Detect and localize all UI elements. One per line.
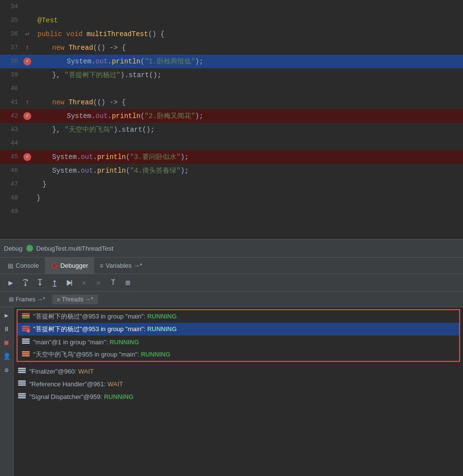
code-editor: 34 35 @Test 36 ↩ public void multiThread… bbox=[0, 0, 463, 239]
breakpoint-45 bbox=[23, 153, 31, 161]
run-to-cursor-btn[interactable] bbox=[62, 276, 76, 290]
svg-rect-13 bbox=[22, 317, 30, 318]
extra-thread-5[interactable]: "Finalizer"@960: WAIT bbox=[18, 365, 459, 377]
resume-btn[interactable]: ▶ bbox=[4, 276, 18, 290]
svg-rect-29 bbox=[18, 382, 26, 384]
svg-marker-7 bbox=[53, 280, 56, 282]
svg-rect-11 bbox=[22, 313, 30, 315]
line-content-38: System.out.println("1.卧枝商恨低"); bbox=[33, 55, 463, 68]
tabs-bar: ▤ Console 🐞 Debugger ≡ Variables →* bbox=[0, 258, 463, 274]
tab-console[interactable]: ▤ Console bbox=[2, 258, 45, 274]
frames-icon: ▤ bbox=[9, 296, 14, 302]
gutter-36: ↩ bbox=[22, 27, 33, 41]
settings-btn[interactable]: ⊞ bbox=[121, 276, 135, 290]
code-line-39: 39 }, "菩提树下的杨过").start(); bbox=[0, 68, 463, 82]
thread-icon-4 bbox=[21, 350, 30, 359]
line-content-42: System.out.println("2.卧梅又闻花"); bbox=[33, 109, 463, 123]
svg-rect-31 bbox=[18, 393, 26, 395]
debug-panel: Debug DebugTest.multiThreadTest ▤ Consol… bbox=[0, 239, 463, 476]
svg-rect-14 bbox=[22, 326, 30, 327]
thread-item-1[interactable]: "菩提树下的杨过"@953 in group "main": RUNNING bbox=[18, 310, 459, 323]
thread-3-text: "main"@1 in group "main": RUNNING bbox=[33, 338, 139, 346]
code-line-37: 37 ↑ new Thread(() -> { bbox=[0, 41, 463, 55]
threads-icon: ≡ bbox=[57, 297, 60, 302]
step-over-btn[interactable] bbox=[19, 276, 32, 290]
svg-rect-30 bbox=[18, 384, 26, 386]
thread-list-area[interactable]: "菩提树下的杨过"@953 in group "main": RUNNING ✓ bbox=[14, 307, 463, 476]
line-num-36: 36 bbox=[0, 27, 22, 41]
line-num-42: 42 bbox=[0, 109, 22, 123]
extra-thread-icon-5 bbox=[18, 367, 26, 376]
gutter-38 bbox=[22, 58, 33, 65]
code-line-41: 41 ↑ new Thread(() -> { bbox=[0, 96, 463, 109]
debug-label: Debug bbox=[4, 245, 22, 252]
line-content-47: } bbox=[33, 178, 463, 191]
line-content-37: new Thread(() -> { bbox=[33, 41, 463, 55]
breakpoint-38 bbox=[23, 58, 31, 65]
line-content-41: new Thread(() -> { bbox=[33, 96, 463, 109]
thread-item-2[interactable]: ✓ "菩提树下的杨过"@953 in group "main": RUNNING bbox=[18, 323, 459, 336]
debug-title-bar: Debug DebugTest.multiThreadTest bbox=[0, 239, 463, 258]
code-line-43: 43 }, "天空中的飞鸟").start(); bbox=[0, 123, 463, 137]
line-num-41: 41 bbox=[0, 96, 22, 109]
step-out-btn[interactable] bbox=[48, 276, 61, 290]
line-num-45: 45 bbox=[0, 150, 22, 164]
code-line-47: 47 } bbox=[0, 178, 463, 191]
extra-thread-6[interactable]: "Reference Handler"@961: WAIT bbox=[18, 377, 459, 390]
sub-tab-frames[interactable]: ▤ Frames →* bbox=[4, 295, 50, 304]
tab-debugger-label: Debugger bbox=[60, 262, 88, 269]
tab-debugger[interactable]: 🐞 Debugger bbox=[45, 258, 94, 274]
code-line-48: 48 } bbox=[0, 191, 463, 205]
sidebar-pause-btn[interactable]: ⏸ bbox=[1, 324, 12, 335]
sub-tab-threads[interactable]: ≡ Threads →* bbox=[52, 295, 98, 304]
extra-thread-7[interactable]: "Signal Dispatcher"@959: RUNNING bbox=[18, 390, 459, 403]
code-line-40: 40 bbox=[0, 82, 463, 96]
debug-content-area: ▶ ⏸ ⏹ 👤 ⚙ "菩提树下的杨过"@95 bbox=[0, 307, 463, 476]
extra-thread-icon-7 bbox=[18, 392, 26, 401]
line-content-39: }, "菩提树下的杨过").start(); bbox=[33, 68, 463, 82]
trace-btn[interactable]: T bbox=[106, 276, 120, 290]
line-num-49: 49 bbox=[0, 205, 22, 218]
step-out-icon bbox=[50, 278, 59, 287]
drop-frame-btn[interactable]: ✕ bbox=[77, 276, 91, 290]
line-num-38: 38 bbox=[0, 55, 22, 68]
thread-4-text: "天空中的飞鸟"@955 in group "main": RUNNING bbox=[33, 350, 171, 359]
extra-thread-5-text: "Finalizer"@960: WAIT bbox=[29, 368, 94, 375]
step-into-btn[interactable] bbox=[33, 276, 47, 290]
svg-rect-26 bbox=[18, 370, 26, 371]
line-num-35: 35 bbox=[0, 14, 22, 27]
code-line-42: 42 System.out.println("2.卧梅又闻花"); bbox=[0, 109, 463, 123]
code-line-49: 49 bbox=[0, 205, 463, 218]
thread-icon-2: ✓ bbox=[21, 325, 30, 334]
line-content-36: public void multiThreadTest() { bbox=[33, 27, 463, 41]
svg-text:✓: ✓ bbox=[27, 329, 30, 332]
highlighted-thread-list: "菩提树下的杨过"@953 in group "main": RUNNING ✓ bbox=[17, 309, 460, 362]
gutter-41: ↑ bbox=[22, 96, 33, 109]
extra-thread-7-text: "Signal Dispatcher"@959: RUNNING bbox=[29, 393, 134, 400]
line-content-46: System.out.println("4.倚头答春绿"); bbox=[33, 164, 463, 178]
evaluate-btn[interactable]: ✕ bbox=[92, 276, 105, 290]
thread-item-4[interactable]: "天空中的飞鸟"@955 in group "main": RUNNING bbox=[18, 348, 459, 361]
step-into-icon bbox=[36, 278, 44, 287]
gutter-37: ↑ bbox=[22, 41, 33, 55]
sidebar-user-btn[interactable]: 👤 bbox=[1, 351, 12, 362]
sidebar-play-btn[interactable]: ▶ bbox=[1, 310, 12, 321]
breakpoint-42 bbox=[23, 112, 31, 120]
up-arrow-41: ↑ bbox=[25, 96, 29, 109]
sidebar-stop-btn[interactable]: ⏹ bbox=[1, 337, 12, 348]
code-line-35: 35 @Test bbox=[0, 14, 463, 27]
thread-icon-3 bbox=[21, 337, 30, 347]
sub-tabs-bar: ▤ Frames →* ≡ Threads →* bbox=[0, 292, 463, 307]
extra-thread-6-text: "Reference Handler"@961: WAIT bbox=[29, 380, 123, 388]
thread-item-3[interactable]: "main"@1 in group "main": RUNNING bbox=[18, 336, 459, 348]
line-num-48: 48 bbox=[0, 191, 22, 205]
tab-console-label: Console bbox=[16, 262, 39, 269]
svg-rect-12 bbox=[22, 315, 30, 317]
svg-marker-2 bbox=[24, 285, 27, 286]
line-num-37: 37 bbox=[0, 41, 22, 55]
tab-variables[interactable]: ≡ Variables →* bbox=[94, 258, 148, 274]
line-num-46: 46 bbox=[0, 164, 22, 178]
sidebar-settings-btn[interactable]: ⚙ bbox=[1, 365, 12, 376]
line-num-47: 47 bbox=[0, 178, 22, 191]
svg-rect-27 bbox=[18, 372, 26, 373]
